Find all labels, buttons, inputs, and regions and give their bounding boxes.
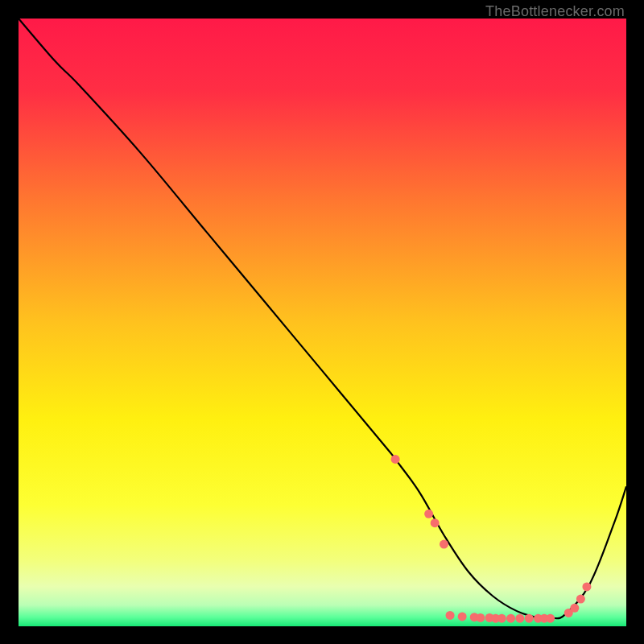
marker-dot [424, 510, 433, 518]
marker-dot [458, 612, 467, 621]
marker-dot [570, 604, 579, 613]
chart-background [19, 19, 626, 626]
marker-dot [431, 518, 440, 527]
marker-dot [476, 613, 485, 622]
chart-frame [19, 19, 626, 626]
marker-dot [576, 595, 585, 604]
marker-dot [391, 455, 400, 464]
marker-dot [525, 614, 534, 623]
bottleneck-chart [19, 19, 626, 626]
attribution-label: TheBottlenecker.com [485, 3, 625, 20]
marker-dot [582, 582, 591, 591]
marker-dot [515, 614, 524, 623]
marker-dot [497, 614, 506, 623]
marker-dot [506, 614, 515, 623]
marker-dot [440, 540, 448, 549]
marker-dot [546, 614, 555, 623]
marker-dot [446, 611, 455, 620]
